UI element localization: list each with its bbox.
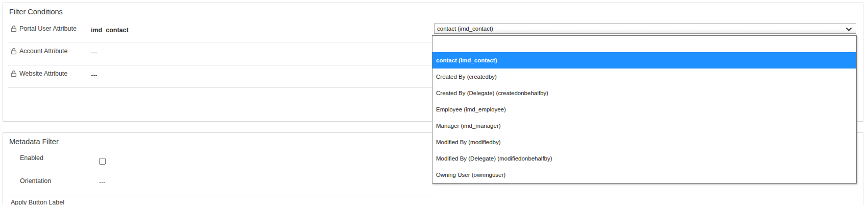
row-label-orientation: Orientation bbox=[20, 177, 51, 185]
select-option-contact[interactable]: contact (imd_contact) bbox=[432, 52, 856, 69]
row-divider bbox=[8, 196, 432, 196]
field-label: Enabled bbox=[20, 154, 43, 162]
select-option-manager[interactable]: Manager (imd_manager) bbox=[432, 118, 856, 134]
attribute-select[interactable]: contact (imd_contact) bbox=[434, 24, 856, 34]
enabled-checkbox[interactable] bbox=[99, 158, 106, 165]
select-option-createdonbehalfby[interactable]: Created By (Delegate) (createdonbehalfby… bbox=[432, 85, 856, 101]
field-value-orientation: --- bbox=[99, 179, 106, 186]
select-option-modifiedonbehalfby[interactable]: Modified By (Delegate) (modifiedonbehalf… bbox=[432, 150, 856, 167]
select-selected-text: contact (imd_contact) bbox=[437, 26, 493, 32]
row-label-apply-button-label: Apply Button Label bbox=[11, 199, 64, 205]
lock-icon bbox=[11, 48, 17, 55]
select-option-modifiedby[interactable]: Modified By (modifiedby) bbox=[432, 134, 856, 150]
chevron-down-icon bbox=[846, 27, 852, 31]
field-value-website-attribute: --- bbox=[91, 72, 98, 79]
select-option-employee[interactable]: Employee (imd_employee) bbox=[432, 101, 856, 118]
row-label-website-attribute: Website Attribute bbox=[11, 70, 67, 77]
section-title-filter-conditions: Filter Conditions bbox=[9, 8, 63, 16]
row-label-account-attribute: Account Attribute bbox=[11, 48, 68, 55]
section-title-metadata-filter: Metadata Filter bbox=[9, 138, 59, 146]
select-option-owninguser[interactable]: Owning User (owninguser) bbox=[432, 167, 856, 183]
lock-icon bbox=[11, 25, 17, 32]
select-option-list: contact (imd_contact) Created By (create… bbox=[432, 35, 857, 184]
field-label: Orientation bbox=[20, 177, 51, 185]
field-label: Website Attribute bbox=[19, 70, 67, 77]
field-value-account-attribute: --- bbox=[91, 49, 98, 56]
field-label: Account Attribute bbox=[19, 48, 68, 55]
row-label-enabled: Enabled bbox=[20, 154, 43, 162]
lock-icon bbox=[11, 70, 17, 77]
row-divider bbox=[8, 87, 432, 88]
field-value-portal-user-attribute: imd_contact bbox=[91, 27, 129, 34]
row-divider bbox=[8, 65, 432, 65]
select-option-blank[interactable] bbox=[432, 36, 856, 52]
select-option-createdby[interactable]: Created By (createdby) bbox=[432, 69, 856, 85]
row-divider bbox=[8, 42, 432, 42]
field-label: Portal User Attribute bbox=[19, 25, 77, 32]
row-divider bbox=[8, 173, 432, 173]
row-label-portal-user-attribute: Portal User Attribute bbox=[11, 25, 77, 32]
